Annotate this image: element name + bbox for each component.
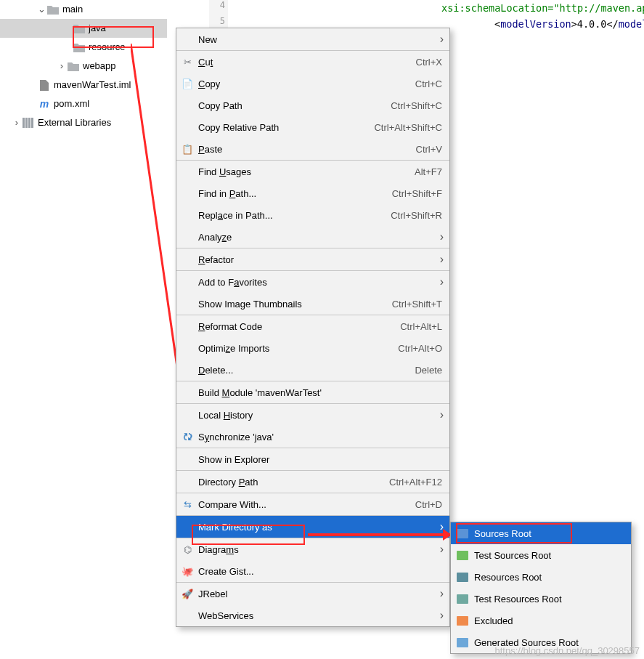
menu-analyze[interactable]: Analyze xyxy=(176,226,449,248)
menu-jrebel[interactable]: 🚀JRebel xyxy=(176,583,449,605)
tree-label: mavenWarTest.iml xyxy=(54,76,131,94)
watermark: https://blog.csdn.net/qq_30298557 xyxy=(495,645,640,656)
folder-icon xyxy=(73,41,86,54)
tree-node-iml[interactable]: mavenWarTest.iml xyxy=(0,76,167,94)
scissors-icon: ✂ xyxy=(181,57,194,68)
menu-copy[interactable]: 📄CopyCtrl+C xyxy=(176,73,449,94)
chevron-right-icon: › xyxy=(12,113,22,132)
submenu-sources-root[interactable]: Sources Root xyxy=(451,522,631,544)
svg-rect-2 xyxy=(28,118,30,128)
tree-label: main xyxy=(62,0,83,19)
menu-directory-path[interactable]: Directory PathCtrl+Alt+F12 xyxy=(176,471,449,493)
tree-node-java[interactable]: java xyxy=(0,19,167,38)
menu-webservices[interactable]: WebServices xyxy=(176,605,449,626)
menu-cut[interactable]: ✂CutCtrl+X xyxy=(176,51,449,73)
menu-copy-relative-path[interactable]: Copy Relative PathCtrl+Alt+Shift+C xyxy=(176,116,449,138)
menu-find-in-path[interactable]: Find in Path...Ctrl+Shift+F xyxy=(176,182,449,204)
menu-show-image-thumbnails[interactable]: Show Image ThumbnailsCtrl+Shift+T xyxy=(176,293,449,315)
file-icon xyxy=(38,78,51,92)
menu-delete[interactable]: Delete...Delete xyxy=(176,359,449,381)
folder-blue-icon xyxy=(457,529,468,538)
menu-replace-in-path[interactable]: Replace in Path...Ctrl+Shift+R xyxy=(176,204,449,226)
menu-optimize-imports[interactable]: Optimize ImportsCtrl+Alt+O xyxy=(176,337,449,359)
menu-add-to-favorites[interactable]: Add to Favorites xyxy=(176,271,449,293)
menu-show-in-explorer[interactable]: Show in Explorer xyxy=(176,448,449,470)
folder-blue-icon xyxy=(457,638,468,647)
tree-label: java xyxy=(89,19,106,38)
submenu-excluded[interactable]: Excluded xyxy=(451,610,631,631)
menu-mark-directory-as[interactable]: Mark Directory as xyxy=(176,516,449,538)
svg-rect-0 xyxy=(23,118,25,128)
copy-icon: 📄 xyxy=(181,78,194,89)
jrebel-icon: 🚀 xyxy=(181,589,194,599)
menu-build-module[interactable]: Build Module 'mavenWarTest' xyxy=(176,381,449,403)
chevron-right-icon: › xyxy=(57,57,67,76)
compare-icon: ⇆ xyxy=(181,499,194,510)
folder-orange-icon xyxy=(457,616,468,626)
folder-teal-icon xyxy=(457,594,468,604)
clipboard-icon: 📋 xyxy=(181,144,194,155)
menu-local-history[interactable]: Local History xyxy=(176,404,449,426)
menu-synchronize[interactable]: 🗘Synchronize 'java' xyxy=(176,426,449,448)
tree-label: webapp xyxy=(83,57,116,76)
svg-rect-1 xyxy=(25,118,28,128)
submenu-test-sources-root[interactable]: Test Sources Root xyxy=(451,544,631,566)
menu-create-gist[interactable]: 🐙Create Gist... xyxy=(176,560,449,582)
tree-node-pom[interactable]: m pom.xml xyxy=(0,94,167,113)
chevron-down-icon: ⌄ xyxy=(36,0,46,19)
menu-copy-path[interactable]: Copy PathCtrl+Shift+C xyxy=(176,94,449,116)
tree-label: resource xyxy=(89,38,126,57)
github-icon: 🐙 xyxy=(181,566,194,577)
menu-new[interactable]: New xyxy=(176,28,449,50)
svg-rect-3 xyxy=(31,118,33,128)
submenu-test-resources-root[interactable]: Test Resources Root xyxy=(451,588,631,610)
folder-icon xyxy=(67,60,80,73)
menu-find-usages[interactable]: Find UsagesAlt+F7 xyxy=(176,161,449,182)
diagram-icon: ⌬ xyxy=(181,544,194,555)
menu-refactor[interactable]: Refactor xyxy=(176,248,449,270)
folder-teal-icon xyxy=(457,573,468,582)
submenu-resources-root[interactable]: Resources Root xyxy=(451,566,631,588)
tree-node-resource[interactable]: resource xyxy=(0,38,167,57)
mark-directory-submenu[interactable]: Sources Root Test Sources Root Resources… xyxy=(450,522,632,654)
tree-label: pom.xml xyxy=(54,94,89,113)
folder-icon xyxy=(46,3,60,16)
menu-paste[interactable]: 📋PasteCtrl+V xyxy=(176,138,449,160)
tree-label: External Libraries xyxy=(38,113,111,132)
folder-green-icon xyxy=(457,551,468,560)
menu-diagrams[interactable]: ⌬Diagrams xyxy=(176,538,449,560)
tree-node-external-libraries[interactable]: › External Libraries xyxy=(0,113,167,132)
tree-node-webapp[interactable]: › webapp xyxy=(0,57,167,76)
maven-icon: m xyxy=(38,97,51,110)
context-menu[interactable]: New ✂CutCtrl+X 📄CopyCtrl+C Copy PathCtrl… xyxy=(176,28,450,627)
folder-icon xyxy=(73,22,86,35)
sync-icon: 🗘 xyxy=(181,432,194,442)
menu-reformat-code[interactable]: Reformat CodeCtrl+Alt+L xyxy=(176,315,449,337)
project-tree[interactable]: ⌄ main java resource › webapp mavenWarTe… xyxy=(0,0,167,132)
menu-compare-with[interactable]: ⇆Compare With...Ctrl+D xyxy=(176,493,449,515)
tree-node-main[interactable]: ⌄ main xyxy=(0,0,167,19)
library-icon xyxy=(22,116,35,129)
